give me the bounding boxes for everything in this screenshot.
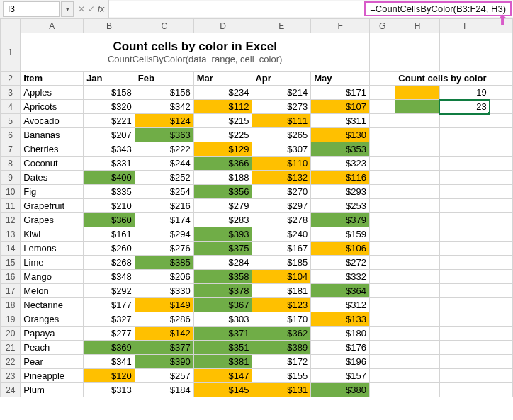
value-cell[interactable]: $124: [135, 114, 193, 128]
cell[interactable]: [439, 383, 490, 397]
row-header[interactable]: 2: [1, 72, 21, 86]
cell[interactable]: [395, 355, 440, 369]
value-cell[interactable]: $390: [135, 355, 193, 369]
value-cell[interactable]: $156: [135, 86, 193, 100]
value-cell[interactable]: $234: [193, 86, 252, 100]
cell[interactable]: [395, 327, 440, 341]
cell[interactable]: [439, 227, 490, 242]
value-cell[interactable]: $130: [311, 128, 370, 142]
value-cell[interactable]: $342: [135, 100, 193, 114]
value-cell[interactable]: $323: [311, 157, 370, 171]
value-cell[interactable]: $158: [84, 86, 135, 100]
value-cell[interactable]: $257: [135, 369, 193, 383]
row-header[interactable]: 24: [1, 383, 21, 397]
value-cell[interactable]: $104: [252, 270, 311, 284]
row-header[interactable]: 13: [1, 227, 21, 242]
cell[interactable]: [395, 298, 440, 312]
value-cell[interactable]: $252: [135, 171, 193, 185]
cell[interactable]: [370, 114, 395, 128]
cell[interactable]: [370, 355, 395, 369]
item-cell[interactable]: Grapefruit: [21, 199, 84, 213]
header-mar[interactable]: Mar: [193, 72, 252, 86]
header-feb[interactable]: Feb: [135, 72, 193, 86]
value-cell[interactable]: $181: [252, 284, 311, 298]
cell[interactable]: [490, 213, 512, 227]
item-cell[interactable]: Apples: [21, 86, 84, 100]
item-cell[interactable]: Pear: [21, 355, 84, 369]
value-cell[interactable]: $172: [252, 355, 311, 369]
cell[interactable]: [490, 341, 512, 355]
cell[interactable]: [370, 227, 395, 242]
result-orange[interactable]: 19: [439, 86, 490, 100]
col-header[interactable]: B: [84, 19, 135, 33]
value-cell[interactable]: $307: [252, 142, 311, 157]
value-cell[interactable]: $353: [311, 142, 370, 157]
value-cell[interactable]: $167: [252, 242, 311, 256]
cell[interactable]: [395, 142, 440, 157]
cell[interactable]: [439, 256, 490, 270]
row-header[interactable]: 19: [1, 312, 21, 327]
color-sample-orange[interactable]: [395, 86, 440, 100]
value-cell[interactable]: $180: [311, 327, 370, 341]
value-cell[interactable]: $341: [84, 355, 135, 369]
cell[interactable]: [490, 227, 512, 242]
cell[interactable]: [395, 227, 440, 242]
cell[interactable]: [439, 114, 490, 128]
item-cell[interactable]: Oranges: [21, 312, 84, 327]
value-cell[interactable]: $292: [84, 284, 135, 298]
cell[interactable]: [395, 284, 440, 298]
value-cell[interactable]: $131: [252, 383, 311, 397]
title-cell[interactable]: Count cells by color in Excel CountCells…: [21, 33, 370, 72]
value-cell[interactable]: $330: [135, 284, 193, 298]
cell[interactable]: [439, 355, 490, 369]
col-header[interactable]: H: [395, 19, 440, 33]
value-cell[interactable]: $214: [252, 86, 311, 100]
value-cell[interactable]: $106: [311, 242, 370, 256]
value-cell[interactable]: $367: [193, 298, 252, 312]
value-cell[interactable]: $111: [252, 114, 311, 128]
value-cell[interactable]: $362: [252, 327, 311, 341]
cell[interactable]: [439, 185, 490, 199]
cell[interactable]: [439, 128, 490, 142]
fx-icon[interactable]: fx: [98, 4, 104, 14]
row-header[interactable]: 3: [1, 86, 21, 100]
cell[interactable]: [490, 284, 512, 298]
value-cell[interactable]: $360: [84, 213, 135, 227]
value-cell[interactable]: $147: [193, 369, 252, 383]
value-cell[interactable]: $225: [193, 128, 252, 142]
value-cell[interactable]: $133: [311, 312, 370, 327]
cell[interactable]: [370, 383, 395, 397]
item-cell[interactable]: Cherries: [21, 142, 84, 157]
value-cell[interactable]: $221: [84, 114, 135, 128]
item-cell[interactable]: Nectarine: [21, 298, 84, 312]
value-cell[interactable]: $260: [84, 242, 135, 256]
item-cell[interactable]: Papaya: [21, 327, 84, 341]
row-header[interactable]: 21: [1, 341, 21, 355]
row-header[interactable]: 8: [1, 157, 21, 171]
cell[interactable]: [490, 199, 512, 213]
value-cell[interactable]: $170: [252, 312, 311, 327]
row-header[interactable]: 20: [1, 327, 21, 341]
cell[interactable]: [370, 270, 395, 284]
item-cell[interactable]: Coconut: [21, 157, 84, 171]
cell[interactable]: [439, 33, 490, 72]
value-cell[interactable]: $327: [84, 312, 135, 327]
value-cell[interactable]: $277: [84, 327, 135, 341]
cell[interactable]: [439, 199, 490, 213]
cell[interactable]: [370, 298, 395, 312]
value-cell[interactable]: $268: [84, 256, 135, 270]
value-cell[interactable]: $273: [252, 100, 311, 114]
cell[interactable]: [395, 312, 440, 327]
cell[interactable]: [395, 114, 440, 128]
header-jan[interactable]: Jan: [84, 72, 135, 86]
item-cell[interactable]: Lime: [21, 256, 84, 270]
row-header[interactable]: 22: [1, 355, 21, 369]
value-cell[interactable]: $284: [193, 256, 252, 270]
row-header[interactable]: 1: [1, 33, 21, 72]
row-header[interactable]: 18: [1, 298, 21, 312]
cell[interactable]: [490, 242, 512, 256]
cell[interactable]: [370, 142, 395, 157]
cell[interactable]: [395, 369, 440, 383]
value-cell[interactable]: $112: [193, 100, 252, 114]
cell[interactable]: [490, 327, 512, 341]
